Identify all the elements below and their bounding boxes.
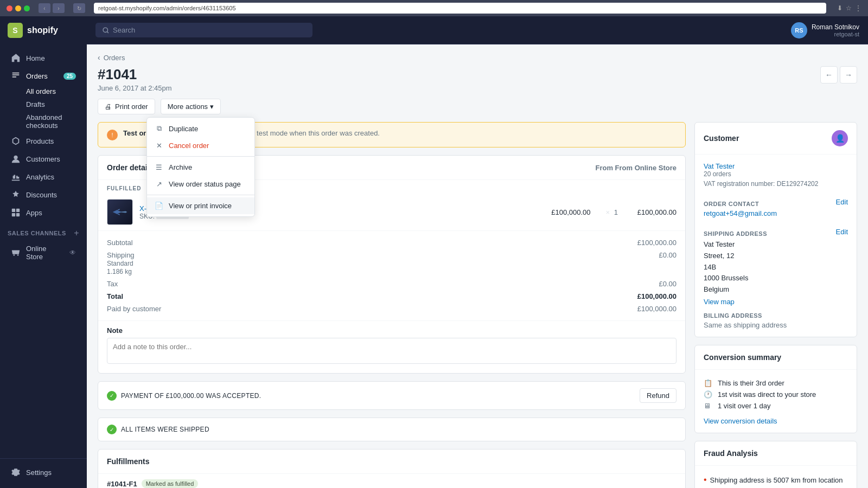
sidebar-item-apps[interactable]: Apps	[3, 204, 84, 221]
url-bar[interactable]: retgoat-st.myshopify.com/admin/orders/46…	[94, 3, 826, 14]
user-name: Roman Sotnikov	[812, 23, 859, 31]
subtotal-value: £100,000.00	[637, 239, 676, 247]
app-name: shopify	[27, 25, 58, 35]
view-invoice-menu-item[interactable]: 📄 View or print invoice	[147, 197, 254, 214]
view-conversion-details-link[interactable]: View conversion details	[704, 417, 777, 425]
duplicate-label: Duplicate	[169, 125, 198, 133]
sidebar-sub-abandoned[interactable]: Abandoned checkouts	[18, 111, 84, 132]
fraud-dot-1: •	[704, 476, 707, 484]
shipping-address: Vat Tester Street, 12 14B 1000 Brussels …	[704, 239, 848, 296]
refresh-button[interactable]: ↻	[73, 3, 85, 13]
conversion-text-3: 1 visit over 1 day	[718, 402, 771, 410]
fulfillments-card: Fulfillments #1041-F1 Marked as fulfille…	[98, 449, 686, 488]
conversion-item-1: 📋 This is their 3rd order	[704, 377, 848, 389]
shipping-row: Shipping Standard 1.186 kg £0.00	[107, 249, 676, 278]
shipping-street: Street, 12	[704, 251, 848, 262]
order-right-column: Customer 👤 Vat Tester 20 orders VAT regi…	[694, 122, 857, 488]
payment-message: PAYMENT OF £100,000.00 WAS ACCEPTED.	[121, 392, 261, 400]
menu-divider-1	[147, 156, 254, 157]
sidebar-bottom: Settings	[0, 458, 87, 488]
from-store: From From Online Store	[595, 164, 676, 172]
print-order-label: Print order	[115, 102, 148, 111]
analytics-icon	[11, 172, 21, 182]
fulfillment-status-badge: Marked as fulfilled	[142, 479, 199, 488]
item-qty-value: 1	[614, 208, 618, 216]
browser-nav-buttons: ‹ ›	[39, 3, 65, 13]
conversion-item-3: 🖥 1 visit over 1 day	[704, 400, 848, 412]
orders-badge: 25	[63, 73, 76, 80]
refund-button[interactable]: Refund	[640, 388, 676, 403]
fulfillment-id: #1041-F1	[107, 480, 137, 488]
sidebar-item-settings[interactable]: Settings	[3, 464, 84, 481]
forward-button[interactable]: ›	[53, 3, 65, 13]
conversion-summary-header: Conversion summary	[695, 345, 857, 370]
online-store-visibility-icon[interactable]: 👁	[69, 249, 76, 256]
next-order-button[interactable]: →	[840, 66, 857, 84]
sidebar-sub-all-orders[interactable]: All orders	[18, 85, 84, 98]
customer-section-title: Customer	[704, 134, 739, 143]
billing-address-label: BILLING ADDRESS	[704, 312, 848, 319]
sidebar-item-discounts[interactable]: Discounts	[3, 186, 84, 203]
customer-name[interactable]: Vat Tester	[704, 162, 848, 170]
sidebar: S shopify Home Orders 25 All orders Draf…	[0, 16, 87, 488]
orders-subnav: All orders Drafts Abandoned checkouts	[0, 85, 87, 132]
direct-visit-icon: 🕐	[704, 390, 713, 399]
order-contact-edit[interactable]: Edit	[836, 198, 848, 206]
order-count-icon: 📋	[704, 379, 713, 387]
page-title: #1041	[98, 66, 172, 83]
prev-order-button[interactable]: ←	[820, 66, 838, 84]
conversion-text-1: This is their 3rd order	[718, 379, 784, 387]
shipping-value: £0.00	[659, 251, 676, 275]
sales-channels-label: SALES CHANNELS +	[0, 222, 87, 240]
cancel-order-menu-item[interactable]: ✕ Cancel order	[147, 137, 254, 154]
customer-card-header: Customer 👤	[695, 123, 857, 155]
back-button[interactable]: ‹	[39, 3, 50, 13]
view-invoice-label: View or print invoice	[169, 202, 232, 210]
conversion-card-body: 📋 This is their 3rd order 🕐 1st visit wa…	[695, 370, 857, 433]
menu-button[interactable]: ⋮	[855, 4, 861, 12]
shipping-address-edit[interactable]: Edit	[836, 228, 848, 236]
duplicate-menu-item[interactable]: ⧉ Duplicate	[147, 120, 254, 137]
discounts-icon	[11, 190, 21, 200]
sidebar-sub-drafts[interactable]: Drafts	[18, 98, 84, 111]
order-totals: Subtotal £100,000.00 Shipping Standard 1…	[98, 230, 685, 320]
contact-email[interactable]: retgoat+54@gmail.com	[704, 209, 848, 217]
more-actions-button[interactable]: More actions ▾	[161, 99, 221, 114]
tax-row: Tax £0.00	[107, 278, 676, 290]
item-image-inner	[107, 200, 132, 224]
payment-accepted-icon: ✓	[107, 391, 117, 401]
fraud-text-1: Shipping address is 5007 km from locatio…	[710, 475, 848, 488]
print-order-button[interactable]: 🖨 Print order	[98, 99, 155, 114]
view-status-menu-item[interactable]: ↗ View order status page	[147, 176, 254, 192]
sidebar-logo[interactable]: S shopify	[0, 16, 87, 44]
sidebar-item-online-store[interactable]: Online Store 👁	[3, 241, 84, 265]
item-qty: × 1	[606, 208, 618, 216]
content-area: ‹ Orders #1041 June 6, 2017 at 2:45pm ← …	[87, 44, 868, 488]
url-text: retgoat-st.myshopify.com/admin/orders/46…	[98, 5, 236, 11]
downloads-button[interactable]: ⬇	[837, 4, 843, 12]
shipping-weight: 1.186 kg	[107, 268, 132, 275]
view-map-link[interactable]: View map	[704, 298, 735, 306]
note-label: Note	[107, 326, 676, 335]
store-icon	[11, 248, 21, 258]
archive-menu-item[interactable]: ☰ Archive	[147, 159, 254, 176]
search-placeholder: Search	[113, 26, 135, 34]
page-subtitle: June 6, 2017 at 2:45pm	[98, 84, 172, 92]
shipping-method: Standard	[107, 260, 133, 267]
search-icon	[102, 27, 110, 34]
search-box[interactable]: Search	[95, 23, 312, 37]
sidebar-item-home[interactable]: Home	[3, 49, 84, 67]
note-input[interactable]	[107, 338, 676, 364]
print-icon: 🖨	[105, 102, 112, 111]
shipping-country: Belgium	[704, 284, 848, 296]
cancel-icon: ✕	[155, 142, 163, 150]
breadcrumb-orders-link[interactable]: Orders	[104, 54, 125, 62]
sidebar-item-products[interactable]: Products	[3, 132, 84, 150]
bookmark-button[interactable]: ☆	[846, 4, 852, 12]
sidebar-item-customers[interactable]: Customers	[3, 150, 84, 168]
shipment-message: ALL ITEMS WERE SHIPPED	[121, 426, 209, 433]
total-label: Total	[107, 292, 123, 300]
sidebar-item-analytics[interactable]: Analytics	[3, 168, 84, 185]
add-channel-button[interactable]: +	[74, 228, 79, 238]
sidebar-item-orders[interactable]: Orders 25	[3, 67, 84, 85]
